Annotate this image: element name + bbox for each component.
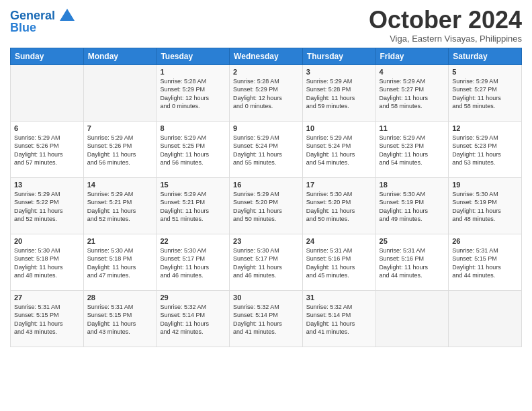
day-number: 7: [87, 124, 153, 132]
day-number: 24: [306, 237, 372, 245]
calendar-cell: 12Sunrise: 5:29 AM Sunset: 5:23 PM Dayli…: [449, 121, 522, 177]
calendar-week-row: 6Sunrise: 5:29 AM Sunset: 5:26 PM Daylig…: [11, 121, 522, 177]
calendar-cell: 31Sunrise: 5:32 AM Sunset: 5:14 PM Dayli…: [302, 290, 375, 347]
day-number: 10: [306, 124, 372, 132]
day-number: 15: [160, 181, 226, 189]
calendar-cell: 17Sunrise: 5:30 AM Sunset: 5:20 PM Dayli…: [302, 177, 375, 234]
calendar-header-row: SundayMondayTuesdayWednesdayThursdayFrid…: [11, 48, 522, 64]
calendar-cell: 3Sunrise: 5:29 AM Sunset: 5:28 PM Daylig…: [302, 64, 375, 121]
calendar-cell: 14Sunrise: 5:29 AM Sunset: 5:21 PM Dayli…: [83, 177, 157, 234]
title-section: October 2024 Viga, Eastern Visayas, Phil…: [369, 7, 522, 44]
day-info: Sunrise: 5:32 AM Sunset: 5:14 PM Dayligh…: [233, 303, 299, 336]
day-info: Sunrise: 5:29 AM Sunset: 5:27 PM Dayligh…: [380, 77, 445, 111]
calendar-cell: 19Sunrise: 5:30 AM Sunset: 5:19 PM Dayli…: [449, 177, 522, 234]
weekday-header: Sunday: [11, 48, 84, 64]
calendar-cell: 23Sunrise: 5:30 AM Sunset: 5:17 PM Dayli…: [230, 234, 303, 290]
weekday-header: Thursday: [302, 48, 375, 64]
calendar-cell: 1Sunrise: 5:28 AM Sunset: 5:29 PM Daylig…: [157, 64, 230, 121]
day-info: Sunrise: 5:30 AM Sunset: 5:17 PM Dayligh…: [233, 246, 299, 280]
page-header: General Blue October 2024 Viga, Eastern …: [10, 7, 522, 44]
calendar-cell: 30Sunrise: 5:32 AM Sunset: 5:14 PM Dayli…: [230, 290, 303, 347]
calendar-cell: 21Sunrise: 5:30 AM Sunset: 5:18 PM Dayli…: [83, 234, 157, 290]
day-number: 1: [160, 68, 226, 76]
weekday-header: Monday: [83, 48, 157, 64]
calendar-cell: [83, 64, 157, 121]
weekday-header: Saturday: [449, 48, 522, 64]
day-number: 6: [14, 124, 80, 132]
calendar-cell: 15Sunrise: 5:29 AM Sunset: 5:21 PM Dayli…: [157, 177, 230, 234]
calendar-week-row: 13Sunrise: 5:29 AM Sunset: 5:22 PM Dayli…: [11, 177, 522, 234]
day-number: 3: [306, 68, 372, 76]
day-info: Sunrise: 5:31 AM Sunset: 5:16 PM Dayligh…: [380, 246, 445, 280]
day-info: Sunrise: 5:29 AM Sunset: 5:27 PM Dayligh…: [452, 77, 518, 111]
calendar-cell: 10Sunrise: 5:29 AM Sunset: 5:24 PM Dayli…: [302, 121, 375, 177]
day-info: Sunrise: 5:28 AM Sunset: 5:29 PM Dayligh…: [160, 77, 226, 111]
day-info: Sunrise: 5:31 AM Sunset: 5:16 PM Dayligh…: [306, 246, 372, 280]
calendar-week-row: 27Sunrise: 5:31 AM Sunset: 5:15 PM Dayli…: [11, 290, 522, 347]
day-info: Sunrise: 5:30 AM Sunset: 5:19 PM Dayligh…: [452, 190, 518, 224]
calendar-cell: 22Sunrise: 5:30 AM Sunset: 5:17 PM Dayli…: [157, 234, 230, 290]
logo: General Blue: [10, 9, 75, 34]
calendar-cell: [375, 290, 449, 347]
day-info: Sunrise: 5:31 AM Sunset: 5:15 PM Dayligh…: [87, 303, 153, 336]
day-info: Sunrise: 5:29 AM Sunset: 5:26 PM Dayligh…: [87, 134, 153, 167]
day-number: 31: [306, 293, 372, 302]
calendar-cell: 18Sunrise: 5:30 AM Sunset: 5:19 PM Dayli…: [375, 177, 449, 234]
day-number: 26: [452, 237, 518, 245]
calendar-cell: 4Sunrise: 5:29 AM Sunset: 5:27 PM Daylig…: [375, 64, 449, 121]
day-number: 13: [14, 181, 80, 189]
day-info: Sunrise: 5:29 AM Sunset: 5:28 PM Dayligh…: [306, 77, 372, 111]
day-info: Sunrise: 5:29 AM Sunset: 5:20 PM Dayligh…: [233, 190, 299, 224]
calendar-cell: 2Sunrise: 5:28 AM Sunset: 5:29 PM Daylig…: [230, 64, 303, 121]
day-number: 2: [233, 68, 299, 76]
calendar-cell: 27Sunrise: 5:31 AM Sunset: 5:15 PM Dayli…: [11, 290, 84, 347]
day-number: 28: [87, 293, 153, 302]
day-number: 4: [380, 68, 445, 76]
day-info: Sunrise: 5:29 AM Sunset: 5:21 PM Dayligh…: [160, 190, 226, 224]
weekday-header: Wednesday: [230, 48, 303, 64]
calendar-cell: 9Sunrise: 5:29 AM Sunset: 5:24 PM Daylig…: [230, 121, 303, 177]
calendar-cell: 11Sunrise: 5:29 AM Sunset: 5:23 PM Dayli…: [375, 121, 449, 177]
day-number: 5: [452, 68, 518, 76]
calendar-week-row: 20Sunrise: 5:30 AM Sunset: 5:18 PM Dayli…: [11, 234, 522, 290]
day-number: 19: [452, 181, 518, 189]
day-number: 8: [160, 124, 226, 132]
day-number: 23: [233, 237, 299, 245]
day-info: Sunrise: 5:29 AM Sunset: 5:23 PM Dayligh…: [452, 134, 518, 167]
calendar-cell: 29Sunrise: 5:32 AM Sunset: 5:14 PM Dayli…: [157, 290, 230, 347]
day-number: 11: [380, 124, 445, 132]
day-number: 18: [380, 181, 445, 189]
day-info: Sunrise: 5:29 AM Sunset: 5:26 PM Dayligh…: [14, 134, 80, 167]
day-info: Sunrise: 5:28 AM Sunset: 5:29 PM Dayligh…: [233, 77, 299, 111]
day-info: Sunrise: 5:32 AM Sunset: 5:14 PM Dayligh…: [160, 303, 226, 336]
calendar-week-row: 1Sunrise: 5:28 AM Sunset: 5:29 PM Daylig…: [11, 64, 522, 121]
day-number: 9: [233, 124, 299, 132]
day-info: Sunrise: 5:31 AM Sunset: 5:15 PM Dayligh…: [14, 303, 80, 336]
location-subtitle: Viga, Eastern Visayas, Philippines: [369, 34, 522, 44]
day-info: Sunrise: 5:30 AM Sunset: 5:20 PM Dayligh…: [306, 190, 372, 224]
day-number: 21: [87, 237, 153, 245]
day-info: Sunrise: 5:30 AM Sunset: 5:18 PM Dayligh…: [87, 246, 153, 280]
weekday-header: Tuesday: [157, 48, 230, 64]
calendar-cell: [11, 64, 84, 121]
day-info: Sunrise: 5:29 AM Sunset: 5:23 PM Dayligh…: [380, 134, 445, 167]
calendar-cell: 20Sunrise: 5:30 AM Sunset: 5:18 PM Dayli…: [11, 234, 84, 290]
day-number: 29: [160, 293, 226, 302]
calendar-cell: 24Sunrise: 5:31 AM Sunset: 5:16 PM Dayli…: [302, 234, 375, 290]
calendar-table: SundayMondayTuesdayWednesdayThursdayFrid…: [10, 48, 522, 347]
day-number: 20: [14, 237, 80, 245]
day-info: Sunrise: 5:30 AM Sunset: 5:18 PM Dayligh…: [14, 246, 80, 280]
weekday-header: Friday: [375, 48, 449, 64]
logo-text: General: [10, 9, 75, 21]
day-number: 30: [233, 293, 299, 302]
day-number: 14: [87, 181, 153, 189]
day-info: Sunrise: 5:31 AM Sunset: 5:15 PM Dayligh…: [452, 246, 518, 280]
day-info: Sunrise: 5:30 AM Sunset: 5:19 PM Dayligh…: [380, 190, 445, 224]
calendar-cell: 25Sunrise: 5:31 AM Sunset: 5:16 PM Dayli…: [375, 234, 449, 290]
calendar-cell: 26Sunrise: 5:31 AM Sunset: 5:15 PM Dayli…: [449, 234, 522, 290]
calendar-cell: 28Sunrise: 5:31 AM Sunset: 5:15 PM Dayli…: [83, 290, 157, 347]
calendar-cell: 5Sunrise: 5:29 AM Sunset: 5:27 PM Daylig…: [449, 64, 522, 121]
month-title: October 2024: [369, 7, 522, 34]
svg-marker-0: [60, 9, 75, 21]
calendar-cell: [449, 290, 522, 347]
